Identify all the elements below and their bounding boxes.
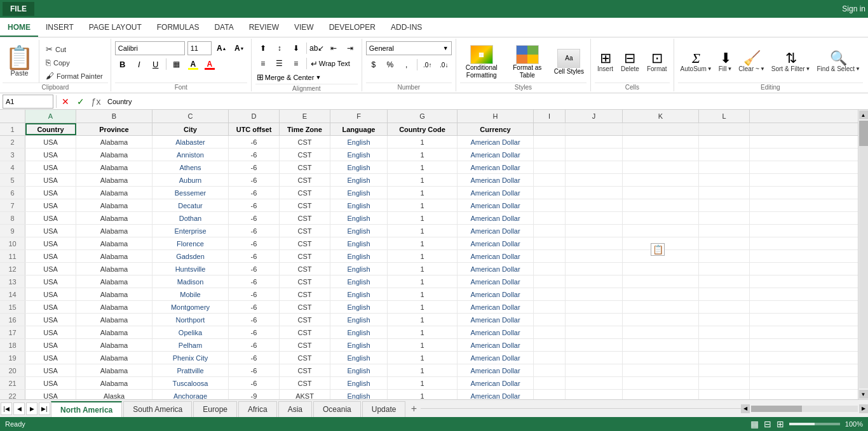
cell-province[interactable]: Alabama (76, 364, 153, 376)
cell-currency[interactable]: American Dollar (458, 174, 534, 186)
cell-extra-1[interactable] (566, 225, 623, 237)
cell-extra-3[interactable] (699, 301, 750, 313)
cell-country[interactable]: USA (25, 352, 76, 364)
h-scroll-thumb[interactable] (751, 406, 802, 412)
cell-province[interactable]: Alabama (76, 225, 153, 237)
cell-extra-0[interactable] (534, 288, 566, 300)
cell-country[interactable]: USA (25, 225, 76, 237)
cell-country[interactable]: USA (25, 275, 76, 288)
cell-city[interactable]: Mobile (153, 288, 229, 300)
fill-btn[interactable]: ⬇ Fill ▼ (716, 50, 735, 74)
merge-dropdown-icon[interactable]: ▼ (315, 74, 321, 81)
cell-country-code[interactable]: 1 (388, 187, 458, 199)
cell-country[interactable]: USA (25, 339, 76, 351)
cell-extra-3[interactable] (699, 136, 750, 148)
cell-extra-1[interactable] (566, 149, 623, 161)
cell-utc-offset[interactable]: -6 (229, 225, 280, 237)
cell-timezone[interactable]: CST (280, 250, 330, 262)
format-btn[interactable]: ⊡ Format (644, 50, 670, 74)
cell-city[interactable]: Anniston (153, 149, 229, 161)
cell-timezone[interactable]: CST (280, 326, 330, 338)
comma-btn[interactable]: , (399, 58, 414, 72)
cell-timezone[interactable]: CST (280, 237, 330, 249)
row-num-12[interactable]: 12 (0, 263, 25, 275)
cell-city[interactable]: Huntsville (153, 263, 229, 275)
cell-extra-0[interactable] (534, 250, 566, 262)
cell-city[interactable]: Enterprise (153, 225, 229, 237)
cell-currency[interactable]: American Dollar (458, 339, 534, 351)
cell-extra-2[interactable] (623, 352, 699, 364)
cell-city[interactable]: Madison (153, 275, 229, 288)
header-j[interactable] (566, 123, 623, 135)
row-num-11[interactable]: 11 (0, 250, 25, 262)
sign-in-btn[interactable]: Sign in (842, 4, 865, 13)
sheet-tab-europe[interactable]: Europe (193, 401, 237, 418)
cell-currency[interactable]: American Dollar (458, 263, 534, 275)
vertical-scrollbar[interactable]: ▲ ▼ (858, 110, 868, 399)
cell-extra-1[interactable] (566, 314, 623, 326)
cell-timezone[interactable]: CST (280, 301, 330, 313)
cell-province[interactable]: Alabama (76, 237, 153, 249)
cell-extra-1[interactable] (566, 275, 623, 288)
col-header-h[interactable]: H (458, 110, 534, 123)
sort-chevron[interactable]: ▼ (806, 66, 811, 72)
cell-country[interactable]: USA (25, 136, 76, 148)
cell-currency[interactable]: American Dollar (458, 352, 534, 364)
cell-extra-1[interactable] (566, 288, 623, 300)
cell-country-code[interactable]: 1 (388, 314, 458, 326)
cell-country-code[interactable]: 1 (388, 339, 458, 351)
cell-extra-1[interactable] (566, 136, 623, 148)
cell-extra-0[interactable] (534, 326, 566, 338)
tab-developer[interactable]: DEVELOPER (322, 19, 383, 37)
col-header-k[interactable]: K (623, 110, 699, 123)
cell-extra-0[interactable] (534, 364, 566, 376)
header-utc[interactable]: UTC offset (229, 123, 280, 135)
col-header-d[interactable]: D (229, 110, 280, 123)
cell-extra-2[interactable] (623, 263, 699, 275)
cell-styles-btn[interactable]: Aa Cell Styles (552, 48, 587, 77)
percent-btn[interactable]: % (383, 58, 398, 72)
cell-country[interactable]: USA (25, 149, 76, 161)
cell-extra-3[interactable] (699, 161, 750, 173)
header-country[interactable]: Country (25, 123, 76, 135)
confirm-formula-btn[interactable]: ✓ (74, 95, 87, 108)
cell-extra-0[interactable] (534, 275, 566, 288)
header-province[interactable]: Province (76, 123, 153, 135)
row-num-7[interactable]: 7 (0, 199, 25, 211)
cell-extra-0[interactable] (534, 390, 566, 399)
row-num-16[interactable]: 16 (0, 314, 25, 326)
cell-extra-1[interactable] (566, 237, 623, 249)
fill-color-btn[interactable]: A (186, 57, 201, 71)
decrease-font-btn[interactable]: A▼ (232, 41, 247, 55)
cell-country-code[interactable]: 1 (388, 390, 458, 399)
cell-country-code[interactable]: 1 (388, 364, 458, 376)
cell-province[interactable]: Alabama (76, 339, 153, 351)
cell-city[interactable]: Gadsden (153, 250, 229, 262)
align-middle-btn[interactable]: ↕ (272, 41, 287, 55)
paste-button[interactable]: 📋 Paste (3, 40, 39, 83)
cell-city[interactable]: Prattville (153, 364, 229, 376)
cell-timezone[interactable]: CST (280, 225, 330, 237)
cell-province[interactable]: Alabama (76, 149, 153, 161)
cell-currency[interactable]: American Dollar (458, 149, 534, 161)
cell-extra-2[interactable] (623, 212, 699, 224)
row-num-18[interactable]: 18 (0, 339, 25, 351)
cell-extra-1[interactable] (566, 326, 623, 338)
align-top-btn[interactable]: ⬆ (255, 41, 271, 55)
text-direction-btn[interactable]: ab↙ (309, 41, 325, 55)
cell-extra-0[interactable] (534, 212, 566, 224)
cell-extra-2[interactable] (623, 136, 699, 148)
cell-timezone[interactable]: CST (280, 339, 330, 351)
cell-timezone[interactable]: CST (280, 314, 330, 326)
cell-utc-offset[interactable]: -6 (229, 263, 280, 275)
cell-extra-2[interactable] (623, 301, 699, 313)
cell-utc-offset[interactable]: -6 (229, 161, 280, 173)
cell-extra-1[interactable] (566, 364, 623, 376)
cell-country-code[interactable]: 1 (388, 136, 458, 148)
cell-extra-2[interactable] (623, 149, 699, 161)
normal-view-btn[interactable]: ▦ (750, 419, 759, 429)
cell-extra-1[interactable] (566, 250, 623, 262)
col-header-c[interactable]: C (153, 110, 229, 123)
row-num-19[interactable]: 19 (0, 352, 25, 364)
sheet-tab-update[interactable]: Update (362, 401, 406, 418)
